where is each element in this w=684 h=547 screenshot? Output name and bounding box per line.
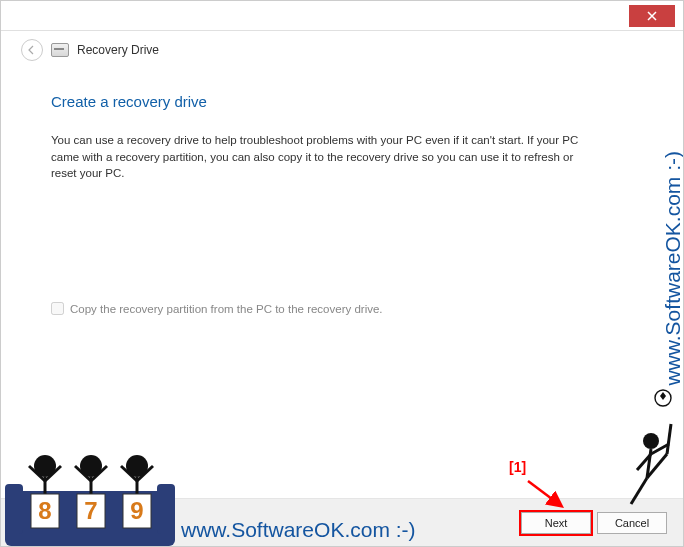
next-button[interactable]: Next (521, 512, 591, 534)
body-text: You can use a recovery drive to help tro… (51, 132, 591, 182)
header-row: Recovery Drive (1, 31, 683, 69)
close-icon (647, 11, 657, 21)
arrow-left-icon (27, 45, 37, 55)
wizard-window: Recovery Drive Create a recovery drive Y… (1, 1, 683, 546)
copy-partition-checkbox[interactable] (51, 302, 64, 315)
back-button (21, 39, 43, 61)
button-bar: Next Cancel (1, 498, 683, 546)
copy-partition-row: Copy the recovery partition from the PC … (51, 302, 633, 315)
titlebar (1, 1, 683, 31)
drive-icon (51, 43, 69, 57)
breadcrumb: Recovery Drive (77, 43, 159, 57)
annotation-label-1: [1] (509, 459, 526, 475)
annotation-arrow-icon (526, 479, 570, 513)
content-area: Create a recovery drive You can use a re… (1, 69, 683, 498)
copy-partition-label: Copy the recovery partition from the PC … (70, 303, 383, 315)
close-button[interactable] (629, 5, 675, 27)
page-title: Create a recovery drive (51, 93, 633, 110)
cancel-button[interactable]: Cancel (597, 512, 667, 534)
svg-line-1 (528, 481, 560, 505)
